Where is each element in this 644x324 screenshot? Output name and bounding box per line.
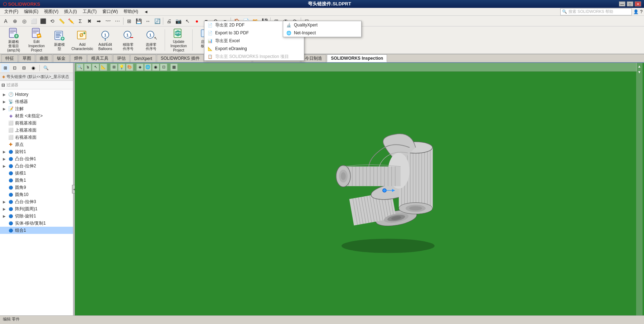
tree-revolve1[interactable]: ▶ 🔵 旋转1 (0, 148, 73, 155)
strip-arrow-up[interactable]: ▲ (637, 64, 642, 69)
viewport[interactable]: 🔍 🖱 ↖ 📐 ⊞ 💡 🎨 ◈ 🌐 ◉ ⊡ ▦ (75, 63, 644, 315)
feature-manager-icon[interactable]: ⊞ (1, 64, 9, 72)
vp-pan-icon[interactable]: 🖱 (84, 64, 91, 71)
tree-fillet10[interactable]: ▶ 🔵 圆角10 (0, 191, 73, 198)
tree-notes[interactable]: ▶ 📝 注解 (0, 105, 73, 112)
menu-view[interactable]: 视图(V) (41, 8, 61, 15)
menu-collapse[interactable]: ◄ (141, 9, 151, 15)
search-icon[interactable]: 🔍 (42, 64, 50, 72)
tab-feature[interactable]: 特征 (1, 54, 18, 62)
vp-display-icon[interactable]: ▦ (170, 64, 178, 71)
tb-snap[interactable]: ⊕ (11, 17, 19, 25)
edit-inspection-button[interactable]: ✏ Edit Inspection Project (26, 28, 47, 53)
add-edit-balloons-button[interactable]: 1 Add/Edit Balloons (95, 28, 116, 53)
tree-origin[interactable]: ▶ ✚ 原点 (0, 141, 73, 148)
tb-transform[interactable]: ⟲ (48, 17, 57, 25)
update-inspection-button[interactable]: UPD Update Inspection Project (168, 28, 189, 53)
net-inspect-item[interactable]: 🌐 Net-Inspect (283, 29, 361, 37)
user-icon[interactable]: 👤 (633, 9, 639, 14)
vp-render-icon[interactable]: 💡 (118, 64, 125, 71)
tb-sigma[interactable]: Σ (76, 17, 84, 25)
tb-refresh[interactable]: 🔄 (153, 17, 161, 25)
tb-cross[interactable]: ✖ (85, 17, 94, 25)
tab-surface[interactable]: 曲面 (36, 54, 52, 62)
vp-section-icon[interactable]: ◉ (152, 64, 159, 71)
tb-sketch[interactable]: ✏️ (67, 17, 75, 25)
tree-history[interactable]: ▶ 🕐 History (0, 91, 73, 98)
maximize-button[interactable]: □ (627, 1, 633, 6)
menu-insert[interactable]: 插入(I) (61, 8, 79, 15)
property-manager-icon[interactable]: ⊡ (11, 64, 19, 72)
config-manager-icon[interactable]: ⊟ (20, 64, 28, 72)
tree-move-copy1[interactable]: ▶ 🔵 实体-移动/复制1 (0, 220, 73, 227)
menu-tools[interactable]: 工具(T) (80, 8, 100, 15)
tb-print[interactable]: 🖨 (165, 17, 173, 25)
menu-window[interactable]: 窗口(W) (100, 8, 121, 15)
tab-sw-plugins[interactable]: SOLIDWORKS 插件 (157, 54, 204, 62)
tb-text[interactable]: A (1, 17, 10, 25)
tree-front-plane[interactable]: ▶ ⬜ 前视基准面 (0, 119, 73, 127)
tab-sw-inspection[interactable]: SOLIDWORKS Inspection (327, 54, 387, 62)
tb-cursor[interactable]: ↖ (183, 17, 192, 25)
select-part-num-button[interactable]: 1 ↖ 选择零 件序号 (140, 28, 162, 53)
export-edrawing[interactable]: 📐 Export eDrawing (204, 45, 304, 53)
tab-weldment[interactable]: 焊件 (70, 54, 87, 62)
tree-combine1[interactable]: ▶ 🔵 组合1 (0, 227, 73, 234)
tab-mold-tool[interactable]: 模具工具 (87, 54, 112, 62)
tb-red-dot[interactable]: ● (193, 17, 201, 25)
tb-measure[interactable]: 📏 (57, 17, 66, 25)
vp-cursor-icon[interactable]: ↖ (92, 64, 99, 71)
vp-views-icon[interactable]: ◈ (136, 64, 144, 71)
vp-zoom-icon[interactable]: 🔍 (76, 64, 83, 71)
menu-edit[interactable]: 编辑(E) (21, 8, 41, 15)
tb-camera[interactable]: 📷 (174, 17, 183, 25)
tab-dimxpert[interactable]: DimXpert (130, 54, 156, 62)
tab-evaluate[interactable]: 评估 (113, 54, 130, 62)
tab-sheet-metal[interactable]: 钣金 (53, 54, 69, 62)
vp-orientation-icon[interactable]: 🌐 (144, 64, 151, 71)
tree-pattern1[interactable]: ▶ 🔵 阵列(圆周)1 (0, 205, 73, 212)
menu-help[interactable]: 帮助(H) (121, 8, 141, 15)
tree-sensors[interactable]: ▶ 📡 传感器 (0, 98, 73, 105)
minimize-button[interactable]: — (619, 1, 625, 6)
close-button[interactable]: ✕ (635, 1, 641, 6)
tb-box2[interactable]: ⬛ (39, 17, 47, 25)
tree-right-plane[interactable]: ▶ ⬜ 右视基准面 (0, 134, 73, 141)
vp-select-icon[interactable]: ⊞ (110, 64, 117, 71)
tab-today-manufacturing[interactable]: 今日制造 (301, 54, 326, 62)
export-excel[interactable]: 📊 导出至 Excel (204, 37, 304, 45)
tree-boss-extrude1[interactable]: ▶ 🔵 凸台-拉伸1 (0, 155, 73, 162)
add-characteristic-button[interactable]: Ø + Add Characteristic (72, 28, 93, 53)
tb-ref2[interactable]: ↔ (144, 17, 152, 25)
tree-fillet9[interactable]: ▶ 🔵 圆角9 (0, 184, 73, 191)
qualityxpert-item[interactable]: 🔬 QualityXpert (283, 21, 361, 29)
tb-reference[interactable]: ◎ (20, 17, 29, 25)
tab-sketch[interactable]: 草图 (19, 54, 35, 62)
help-icon[interactable]: ? (640, 9, 643, 14)
menu-file[interactable]: 文件(F) (1, 8, 21, 15)
new-model-button[interactable]: + 新建模 型 (49, 28, 70, 53)
tree-boss-extrude3[interactable]: ▶ 🔵 凸台-拉伸3 (0, 198, 73, 205)
tb-save[interactable]: 💾 (134, 17, 143, 25)
tree-top-plane[interactable]: ▶ ⬜ 上视基准面 (0, 127, 73, 134)
vp-measure-icon[interactable]: 📐 (100, 64, 107, 71)
tree-cut-revolve1[interactable]: ▶ 🔵 切除-旋转1 (0, 212, 73, 220)
strip-arrow-down[interactable]: ▼ (637, 70, 642, 75)
tree-boss-extrude2[interactable]: ▶ 🔵 凸台-拉伸2 (0, 162, 73, 170)
tb-wave[interactable]: 〰 (104, 17, 112, 25)
remove-part-num-button[interactable]: 1 移除零 件序号 (117, 28, 139, 53)
origin-label: 原点 (15, 142, 24, 148)
tb-arrow[interactable]: ➡ (95, 17, 103, 25)
tb-dots[interactable]: ⋯ (113, 17, 122, 25)
tree-draft1[interactable]: ▶ 🔵 拔模1 (0, 170, 73, 177)
tb-view-box[interactable]: ⬜ (29, 17, 38, 25)
tb-calc[interactable]: ⊞ (125, 17, 134, 25)
display-manager-icon[interactable]: ◉ (29, 64, 37, 72)
search-box[interactable]: 🔍 搜索 SOLIDWORKS 帮助 (560, 8, 632, 15)
new-inspection-button[interactable]: + 新建检 查项目 (amp;N) (3, 28, 24, 53)
tree-fillet1[interactable]: ▶ 🔵 圆角1 (0, 177, 73, 184)
vp-color-icon[interactable]: 🎨 (126, 64, 133, 71)
tree-material[interactable]: ▶ ◈ 材质 <未指定> (0, 112, 73, 119)
notes-label: 注解 (15, 106, 24, 112)
vp-dynamic-icon[interactable]: ⊡ (160, 64, 167, 71)
